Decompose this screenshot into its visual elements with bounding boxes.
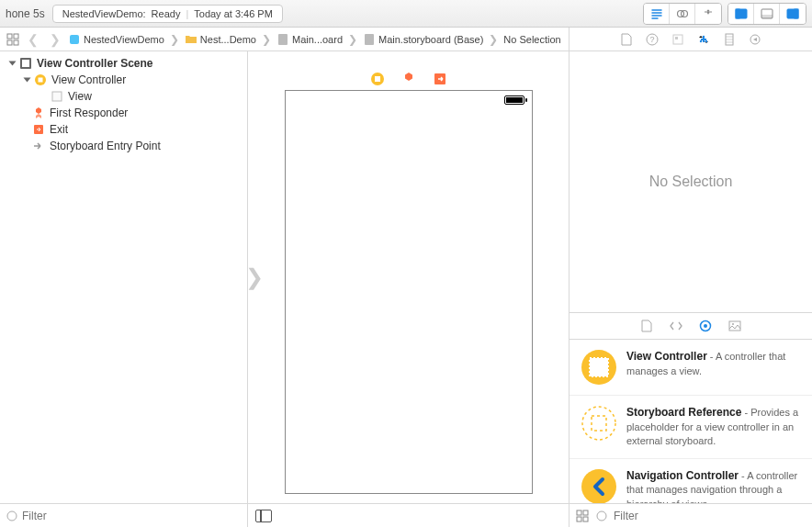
view-controller-view[interactable]	[285, 90, 533, 494]
status-time: Today at 3:46 PM	[194, 8, 273, 19]
canvas-area: ❯	[248, 51, 569, 527]
crumb-base-label: Main.storyboard (Base)	[378, 34, 483, 45]
svg-point-39	[732, 323, 734, 325]
identity-inspector-tab[interactable]	[671, 32, 685, 47]
quick-help-tab[interactable]: ?	[645, 32, 660, 47]
file-template-library-tab[interactable]	[639, 319, 654, 333]
library-view-controller-icon	[581, 349, 617, 386]
crumb-project[interactable]: NestedViewDemo	[68, 33, 164, 46]
panel-toggle-group	[727, 3, 806, 25]
storyboard-file-icon	[276, 33, 289, 46]
library-item-title: Storyboard Reference	[626, 406, 741, 419]
disclosure-triangle-icon[interactable]	[22, 75, 31, 84]
scene-row[interactable]: View Controller Scene	[0, 55, 247, 72]
entry-point-label: Storyboard Entry Point	[50, 140, 161, 152]
view-label: View	[68, 90, 92, 103]
outline-resize-handle[interactable]: ❯	[245, 264, 264, 290]
crumb-project-label: NestedViewDemo	[84, 34, 164, 45]
crumb-selection[interactable]: No Selection	[503, 34, 560, 45]
code-snippet-library-tab[interactable]	[669, 319, 683, 333]
library-item-text: View Controller - A controller that mana…	[626, 349, 801, 386]
crumb-folder[interactable]: Nest...Demo	[185, 33, 256, 46]
status-separator: |	[186, 8, 188, 19]
dock-view-controller-icon[interactable]	[370, 72, 385, 86]
crumb-base[interactable]: Main.storyboard (Base)	[363, 33, 483, 46]
view-controller-icon	[33, 73, 48, 87]
toggle-debug-button[interactable]	[754, 4, 780, 24]
related-items-icon[interactable]	[6, 32, 20, 47]
assistant-editor-button[interactable]	[670, 4, 695, 24]
exit-row[interactable]: Exit	[0, 121, 247, 138]
library-nav-controller-icon	[581, 468, 617, 503]
crumb-file-label: Main...oard	[292, 34, 343, 45]
toggle-outline-button[interactable]	[255, 510, 272, 522]
outline-tree[interactable]: View Controller Scene View Controller Vi…	[0, 51, 247, 503]
crumb-separator: ❯	[489, 33, 498, 46]
nav-back-button[interactable]: ❮	[24, 32, 42, 47]
svg-rect-46	[583, 510, 588, 515]
library-storyboard-ref-icon	[581, 405, 617, 442]
svg-rect-29	[52, 92, 62, 101]
version-editor-button[interactable]	[695, 4, 721, 24]
view-controller-row[interactable]: View Controller	[0, 72, 247, 88]
connections-inspector-tab[interactable]	[748, 32, 762, 47]
crumb-separator: ❯	[348, 33, 357, 46]
size-inspector-tab[interactable]	[722, 32, 737, 47]
svg-rect-3	[736, 9, 739, 18]
library-item-view-controller[interactable]: View Controller - A controller that mana…	[570, 340, 812, 396]
entry-point-row[interactable]: Storyboard Entry Point	[0, 138, 247, 154]
svg-rect-8	[7, 34, 12, 39]
svg-rect-34	[375, 76, 380, 82]
outline-filter-input[interactable]	[22, 510, 242, 522]
library-footer	[570, 503, 812, 527]
svg-text:?: ?	[649, 35, 654, 44]
svg-rect-41	[590, 358, 608, 376]
toggle-navigator-button[interactable]	[728, 4, 754, 24]
svg-rect-14	[365, 34, 374, 45]
battery-icon	[504, 95, 524, 105]
svg-rect-13	[278, 34, 288, 45]
library-item-navigation-controller[interactable]: Navigation Controller - A controller tha…	[570, 459, 812, 503]
first-responder-row[interactable]: First Responder	[0, 105, 247, 121]
standard-editor-button[interactable]	[644, 4, 670, 24]
svg-rect-28	[38, 77, 43, 83]
object-library-tab[interactable]	[698, 319, 713, 333]
svg-rect-12	[70, 35, 79, 44]
dock-first-responder-icon[interactable]	[401, 72, 416, 86]
toggle-utilities-button[interactable]	[780, 4, 806, 24]
dock-exit-icon[interactable]	[433, 72, 447, 86]
exit-icon	[31, 122, 46, 137]
jump-bar: ❮ ❯ NestedViewDemo ❯ Nest...Demo ❯ Main.…	[0, 28, 812, 51]
library-item-text: Storyboard Reference - Provides a placeh…	[626, 405, 801, 449]
file-inspector-tab[interactable]	[619, 32, 634, 47]
object-library-list[interactable]: View Controller - A controller that mana…	[570, 340, 812, 503]
svg-point-31	[7, 511, 17, 521]
library-filter-input[interactable]	[614, 510, 806, 522]
disclosure-triangle-icon[interactable]	[7, 59, 17, 68]
canvas-body[interactable]: ❯	[248, 51, 569, 503]
device-label: hone 5s	[6, 7, 45, 20]
library-view-mode-button[interactable]	[575, 509, 590, 523]
svg-rect-45	[577, 510, 581, 515]
editor-mode-group	[643, 3, 722, 25]
scene-dock	[285, 68, 533, 90]
media-library-tab[interactable]	[727, 319, 742, 333]
scene[interactable]	[285, 68, 533, 494]
attributes-inspector-tab[interactable]	[696, 32, 711, 47]
library-item-title: Navigation Controller	[626, 469, 739, 482]
crumb-file[interactable]: Main...oard	[276, 33, 343, 46]
svg-point-37	[704, 324, 707, 328]
view-row[interactable]: View	[0, 88, 247, 105]
exit-label: Exit	[50, 123, 68, 136]
crumb-folder-label: Nest...Demo	[200, 34, 256, 45]
svg-rect-10	[7, 40, 12, 45]
no-selection-label: No Selection	[649, 174, 733, 190]
svg-rect-43	[592, 416, 606, 431]
svg-point-42	[582, 407, 615, 440]
library-item-storyboard-reference[interactable]: Storyboard Reference - Provides a placeh…	[570, 396, 812, 459]
library-item-title: View Controller	[626, 350, 707, 363]
svg-point-49	[597, 511, 606, 521]
main-area: View Controller Scene View Controller Vi…	[0, 51, 812, 527]
nav-forward-button[interactable]: ❯	[46, 32, 64, 47]
filter-icon	[6, 510, 18, 522]
